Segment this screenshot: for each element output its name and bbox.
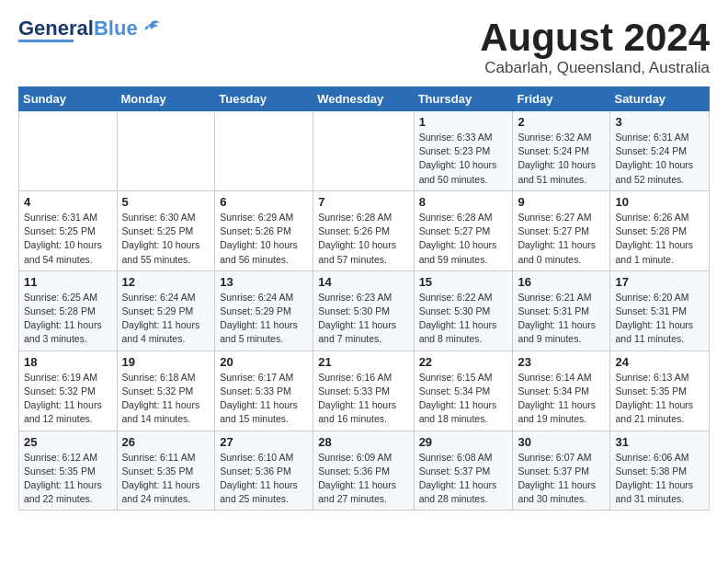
calendar-cell: 9Sunrise: 6:27 AM Sunset: 5:27 PM Daylig… — [513, 190, 610, 270]
day-number: 25 — [24, 435, 112, 449]
day-info: Sunrise: 6:18 AM Sunset: 5:32 PM Dayligh… — [122, 371, 210, 427]
day-info: Sunrise: 6:30 AM Sunset: 5:25 PM Dayligh… — [122, 211, 210, 267]
bird-icon — [142, 18, 162, 39]
day-number: 7 — [318, 195, 408, 209]
day-number: 10 — [615, 195, 704, 209]
day-number: 11 — [24, 275, 112, 289]
day-number: 13 — [220, 275, 308, 289]
day-number: 24 — [615, 355, 704, 369]
day-number: 28 — [318, 435, 408, 449]
day-info: Sunrise: 6:09 AM Sunset: 5:36 PM Dayligh… — [318, 451, 408, 507]
calendar-cell — [117, 111, 215, 191]
day-info: Sunrise: 6:17 AM Sunset: 5:33 PM Dayligh… — [220, 371, 308, 427]
day-number: 5 — [122, 195, 210, 209]
page-header: GeneralBlue August 2024 Cabarlah, Queens… — [18, 18, 710, 77]
calendar-cell: 10Sunrise: 6:26 AM Sunset: 5:28 PM Dayli… — [610, 190, 710, 270]
weekday-row: SundayMondayTuesdayWednesdayThursdayFrid… — [19, 87, 710, 111]
weekday-header-monday: Monday — [117, 87, 215, 111]
calendar-cell: 21Sunrise: 6:16 AM Sunset: 5:33 PM Dayli… — [313, 350, 414, 431]
day-number: 17 — [615, 275, 704, 289]
calendar-cell: 8Sunrise: 6:28 AM Sunset: 5:27 PM Daylig… — [414, 190, 513, 270]
calendar-week-row: 1Sunrise: 6:33 AM Sunset: 5:23 PM Daylig… — [19, 111, 710, 191]
day-number: 6 — [220, 195, 308, 209]
day-number: 19 — [122, 355, 210, 369]
day-number: 26 — [122, 435, 210, 449]
day-number: 29 — [419, 435, 508, 449]
day-info: Sunrise: 6:33 AM Sunset: 5:23 PM Dayligh… — [419, 131, 508, 187]
calendar-cell: 4Sunrise: 6:31 AM Sunset: 5:25 PM Daylig… — [19, 190, 118, 270]
day-info: Sunrise: 6:15 AM Sunset: 5:34 PM Dayligh… — [419, 371, 508, 427]
day-info: Sunrise: 6:29 AM Sunset: 5:26 PM Dayligh… — [220, 211, 308, 267]
calendar-cell: 12Sunrise: 6:24 AM Sunset: 5:29 PM Dayli… — [117, 270, 215, 350]
day-number: 31 — [615, 435, 704, 449]
calendar-cell: 1Sunrise: 6:33 AM Sunset: 5:23 PM Daylig… — [414, 111, 513, 191]
day-number: 8 — [419, 195, 508, 209]
day-info: Sunrise: 6:19 AM Sunset: 5:32 PM Dayligh… — [24, 371, 112, 427]
day-info: Sunrise: 6:28 AM Sunset: 5:27 PM Dayligh… — [419, 211, 508, 267]
title-area: August 2024 Cabarlah, Queensland, Austra… — [480, 18, 710, 77]
calendar-cell: 3Sunrise: 6:31 AM Sunset: 5:24 PM Daylig… — [610, 111, 710, 191]
day-info: Sunrise: 6:31 AM Sunset: 5:25 PM Dayligh… — [24, 211, 112, 267]
calendar-cell: 6Sunrise: 6:29 AM Sunset: 5:26 PM Daylig… — [215, 190, 313, 270]
calendar-cell: 16Sunrise: 6:21 AM Sunset: 5:31 PM Dayli… — [513, 270, 610, 350]
day-number: 4 — [24, 195, 112, 209]
calendar-cell: 7Sunrise: 6:28 AM Sunset: 5:26 PM Daylig… — [313, 190, 414, 270]
day-number: 27 — [220, 435, 308, 449]
day-info: Sunrise: 6:13 AM Sunset: 5:35 PM Dayligh… — [615, 371, 704, 427]
weekday-header-thursday: Thursday — [414, 87, 513, 111]
location: Cabarlah, Queensland, Australia — [480, 59, 710, 77]
day-number: 21 — [318, 355, 408, 369]
calendar-cell — [313, 111, 414, 191]
day-info: Sunrise: 6:20 AM Sunset: 5:31 PM Dayligh… — [615, 291, 704, 347]
calendar-cell: 26Sunrise: 6:11 AM Sunset: 5:35 PM Dayli… — [117, 431, 215, 511]
calendar-cell: 19Sunrise: 6:18 AM Sunset: 5:32 PM Dayli… — [117, 350, 215, 431]
calendar-cell: 11Sunrise: 6:25 AM Sunset: 5:28 PM Dayli… — [19, 270, 118, 350]
day-number: 14 — [318, 275, 408, 289]
day-info: Sunrise: 6:22 AM Sunset: 5:30 PM Dayligh… — [419, 291, 508, 347]
weekday-header-saturday: Saturday — [610, 87, 710, 111]
calendar-cell — [19, 111, 118, 191]
calendar-cell: 22Sunrise: 6:15 AM Sunset: 5:34 PM Dayli… — [414, 350, 513, 431]
calendar-cell: 20Sunrise: 6:17 AM Sunset: 5:33 PM Dayli… — [215, 350, 313, 431]
calendar-week-row: 4Sunrise: 6:31 AM Sunset: 5:25 PM Daylig… — [19, 190, 710, 270]
day-info: Sunrise: 6:21 AM Sunset: 5:31 PM Dayligh… — [518, 291, 605, 347]
day-info: Sunrise: 6:25 AM Sunset: 5:28 PM Dayligh… — [24, 291, 112, 347]
day-number: 23 — [518, 355, 605, 369]
day-info: Sunrise: 6:08 AM Sunset: 5:37 PM Dayligh… — [419, 451, 508, 507]
calendar-cell: 23Sunrise: 6:14 AM Sunset: 5:34 PM Dayli… — [513, 350, 610, 431]
day-number: 16 — [518, 275, 605, 289]
day-info: Sunrise: 6:31 AM Sunset: 5:24 PM Dayligh… — [615, 131, 704, 187]
weekday-header-tuesday: Tuesday — [215, 87, 313, 111]
calendar-header: SundayMondayTuesdayWednesdayThursdayFrid… — [19, 87, 710, 111]
day-number: 12 — [122, 275, 210, 289]
day-info: Sunrise: 6:16 AM Sunset: 5:33 PM Dayligh… — [318, 371, 408, 427]
calendar-cell: 31Sunrise: 6:06 AM Sunset: 5:38 PM Dayli… — [610, 431, 710, 511]
day-number: 3 — [615, 115, 704, 129]
logo: GeneralBlue — [18, 18, 162, 42]
calendar-cell: 25Sunrise: 6:12 AM Sunset: 5:35 PM Dayli… — [19, 431, 118, 511]
day-info: Sunrise: 6:11 AM Sunset: 5:35 PM Dayligh… — [122, 451, 210, 507]
weekday-header-wednesday: Wednesday — [313, 87, 414, 111]
calendar-body: 1Sunrise: 6:33 AM Sunset: 5:23 PM Daylig… — [19, 111, 710, 511]
day-info: Sunrise: 6:10 AM Sunset: 5:36 PM Dayligh… — [220, 451, 308, 507]
day-number: 1 — [419, 115, 508, 129]
weekday-header-sunday: Sunday — [19, 87, 118, 111]
calendar-table: SundayMondayTuesdayWednesdayThursdayFrid… — [18, 86, 710, 511]
calendar-week-row: 25Sunrise: 6:12 AM Sunset: 5:35 PM Dayli… — [19, 431, 710, 511]
day-info: Sunrise: 6:06 AM Sunset: 5:38 PM Dayligh… — [615, 451, 704, 507]
day-info: Sunrise: 6:32 AM Sunset: 5:24 PM Dayligh… — [518, 131, 605, 187]
day-number: 20 — [220, 355, 308, 369]
day-number: 22 — [419, 355, 508, 369]
calendar-cell: 15Sunrise: 6:22 AM Sunset: 5:30 PM Dayli… — [414, 270, 513, 350]
day-number: 18 — [24, 355, 112, 369]
calendar-cell — [215, 111, 313, 191]
day-info: Sunrise: 6:28 AM Sunset: 5:26 PM Dayligh… — [318, 211, 408, 267]
calendar-cell: 2Sunrise: 6:32 AM Sunset: 5:24 PM Daylig… — [513, 111, 610, 191]
calendar-cell: 18Sunrise: 6:19 AM Sunset: 5:32 PM Dayli… — [19, 350, 118, 431]
logo-text: GeneralBlue — [18, 18, 138, 39]
calendar-cell: 5Sunrise: 6:30 AM Sunset: 5:25 PM Daylig… — [117, 190, 215, 270]
day-info: Sunrise: 6:07 AM Sunset: 5:37 PM Dayligh… — [518, 451, 605, 507]
calendar-cell: 24Sunrise: 6:13 AM Sunset: 5:35 PM Dayli… — [610, 350, 710, 431]
calendar-week-row: 11Sunrise: 6:25 AM Sunset: 5:28 PM Dayli… — [19, 270, 710, 350]
calendar-cell: 14Sunrise: 6:23 AM Sunset: 5:30 PM Dayli… — [313, 270, 414, 350]
